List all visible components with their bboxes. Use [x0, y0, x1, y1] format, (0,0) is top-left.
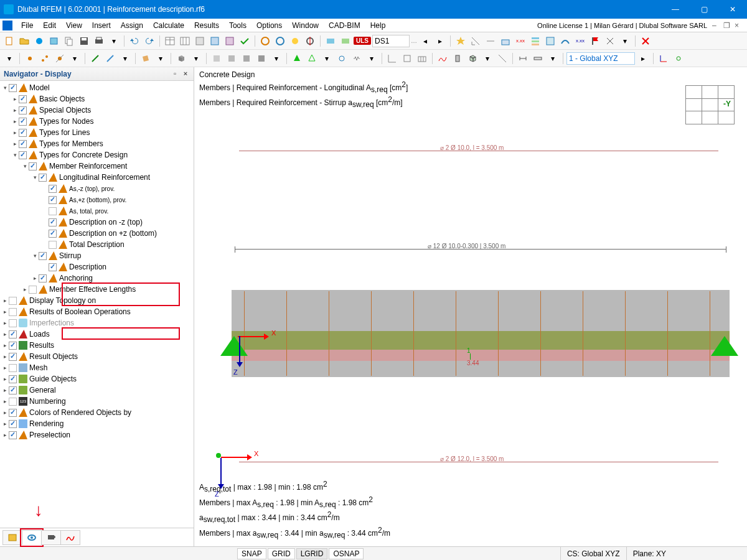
calc-tool-icon[interactable]	[193, 34, 207, 48]
solid1-icon[interactable]	[174, 52, 188, 65]
nav-tab-data[interactable]	[2, 530, 22, 545]
node-mreinf[interactable]: Member Reinforcement	[49, 162, 127, 170]
node3-icon[interactable]	[53, 52, 67, 65]
flag-icon[interactable]	[588, 34, 602, 48]
node-special[interactable]: Special Objects	[39, 106, 91, 114]
open-icon[interactable]	[17, 34, 31, 48]
zone-icon[interactable]	[543, 34, 557, 48]
node-colors[interactable]: Colors of Rendered Objects by	[29, 408, 131, 417]
print-icon[interactable]	[92, 34, 106, 48]
op5-icon[interactable]: ▾	[270, 52, 283, 65]
sel-icon[interactable]: ▾	[2, 52, 16, 65]
member1-icon[interactable]	[88, 52, 102, 65]
node-tconc[interactable]: Types for Concrete Design	[39, 151, 128, 159]
iso-icon[interactable]	[466, 52, 479, 65]
moment-icon[interactable]	[558, 34, 572, 48]
node1-icon[interactable]	[23, 52, 37, 65]
menu-window[interactable]: Window	[287, 20, 324, 31]
menu-file[interactable]: File	[16, 20, 38, 31]
menu-options[interactable]: Options	[251, 20, 287, 31]
combo-ellipsis[interactable]: …	[411, 37, 417, 44]
node-astot[interactable]: As, total, prov.	[69, 208, 108, 215]
cut-icon[interactable]	[496, 52, 509, 65]
more-icon[interactable]: ▾	[618, 34, 632, 48]
node2-icon[interactable]	[38, 52, 52, 65]
node-efflen[interactable]: Member Effective Lengths	[49, 285, 136, 294]
cb-resobj[interactable]	[9, 353, 17, 361]
nav-close-icon[interactable]: ×	[181, 70, 190, 78]
cb-colors[interactable]	[9, 409, 17, 417]
node-guide[interactable]: Guide Objects	[29, 375, 77, 383]
osnap-toggle[interactable]: OSNAP	[329, 548, 364, 559]
res2-icon[interactable]	[339, 34, 352, 48]
table-icon[interactable]	[163, 34, 177, 48]
cloud-icon[interactable]	[32, 34, 46, 48]
node-dnegz[interactable]: Description on -z (top)	[69, 218, 143, 226]
menu-calculate[interactable]: Calculate	[148, 20, 189, 31]
surf1-icon[interactable]	[139, 52, 153, 65]
cb-tmembers[interactable]	[19, 140, 27, 148]
menu-cadbim[interactable]: CAD-BIM	[324, 20, 365, 31]
node4-icon[interactable]: ▾	[68, 52, 82, 65]
node-anch[interactable]: Anchoring	[59, 274, 93, 282]
cb-asz1[interactable]	[49, 185, 57, 193]
undo-icon[interactable]	[128, 34, 141, 48]
op2-icon[interactable]	[225, 52, 238, 65]
spring-icon[interactable]	[350, 52, 364, 65]
check-icon[interactable]	[238, 34, 251, 48]
menu-view[interactable]: View	[61, 20, 87, 31]
nav-tab-views[interactable]	[41, 530, 61, 545]
support3-icon[interactable]: ▾	[320, 52, 334, 65]
close-button[interactable]: ✕	[718, 0, 747, 19]
viewport[interactable]: Concrete Design Members | Required Reinf…	[194, 67, 747, 546]
op1-icon[interactable]	[210, 52, 223, 65]
redo-icon[interactable]	[143, 34, 156, 48]
navigator-tree[interactable]: ▾Model ▸Basic Objects ▸Special Objects ▸…	[0, 81, 194, 528]
arrow-s-icon[interactable]	[469, 34, 482, 48]
member2-icon[interactable]	[103, 52, 117, 65]
res1-icon[interactable]	[324, 34, 337, 48]
cb-guide[interactable]	[9, 375, 17, 383]
xax-icon[interactable]: x.xx	[514, 34, 527, 48]
pin-icon[interactable]: ▫	[171, 70, 179, 78]
lgrid-toggle[interactable]: LGRID	[296, 548, 328, 559]
node-basic[interactable]: Basic Objects	[39, 95, 85, 103]
node-mesh[interactable]: Mesh	[29, 363, 47, 372]
cb-anch[interactable]	[39, 274, 47, 282]
grid-icon[interactable]	[178, 34, 192, 48]
cb-efflen[interactable]	[29, 286, 37, 294]
coord-system-combo[interactable]: 1 - Global XYZ	[566, 52, 635, 65]
origin-icon[interactable]	[672, 52, 685, 65]
support2-icon[interactable]	[305, 52, 319, 65]
nav-tab-display[interactable]	[22, 530, 42, 545]
drop4-icon[interactable]: ▾	[546, 52, 560, 65]
node-resobj[interactable]: Result Objects	[29, 352, 78, 361]
cb-stirrup[interactable]	[39, 252, 47, 260]
node-sdesc[interactable]: Description	[69, 263, 106, 271]
addon-icon[interactable]	[223, 34, 237, 48]
cb-tlines[interactable]	[19, 129, 27, 137]
cb-rend[interactable]	[9, 420, 17, 428]
hinge-icon[interactable]	[335, 52, 349, 65]
op3-icon[interactable]	[240, 52, 253, 65]
new-icon[interactable]	[2, 34, 16, 48]
cb-loads[interactable]	[9, 330, 17, 338]
xax2-icon[interactable]: x.xx	[573, 34, 587, 48]
calc3-icon[interactable]	[288, 34, 302, 48]
save-icon[interactable]	[77, 34, 91, 48]
surf2-icon[interactable]: ▾	[154, 52, 167, 65]
op4-icon[interactable]	[255, 52, 268, 65]
calc2-icon[interactable]	[273, 34, 287, 48]
solid2-icon[interactable]: ▾	[189, 52, 203, 65]
cb-presel[interactable]	[9, 431, 17, 439]
cb-long[interactable]	[39, 174, 47, 182]
node-imp[interactable]: Imperfections	[29, 319, 74, 327]
cb-imp[interactable]	[9, 319, 17, 327]
cb-model[interactable]	[9, 84, 17, 92]
dropdown-icon[interactable]: ▾	[107, 34, 121, 48]
cb-special[interactable]	[19, 106, 27, 114]
cb-dposz[interactable]	[49, 230, 57, 238]
design-situation-combo[interactable]: DS1	[372, 35, 410, 47]
snap-toggle[interactable]: SNAP	[237, 548, 266, 559]
block-icon[interactable]	[47, 34, 61, 48]
